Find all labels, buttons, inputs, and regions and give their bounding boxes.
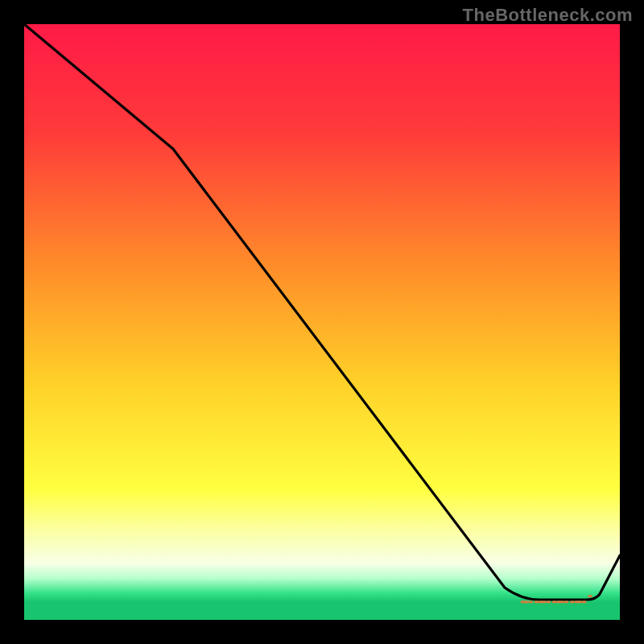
- bottleneck-chart: [0, 0, 644, 644]
- border-right: [620, 0, 644, 644]
- border-bottom: [0, 620, 644, 644]
- chart-frame: TheBottleneck.com: [0, 0, 644, 644]
- watermark-text: TheBottleneck.com: [463, 5, 633, 26]
- gradient-background: [24, 24, 620, 620]
- border-left: [0, 0, 24, 644]
